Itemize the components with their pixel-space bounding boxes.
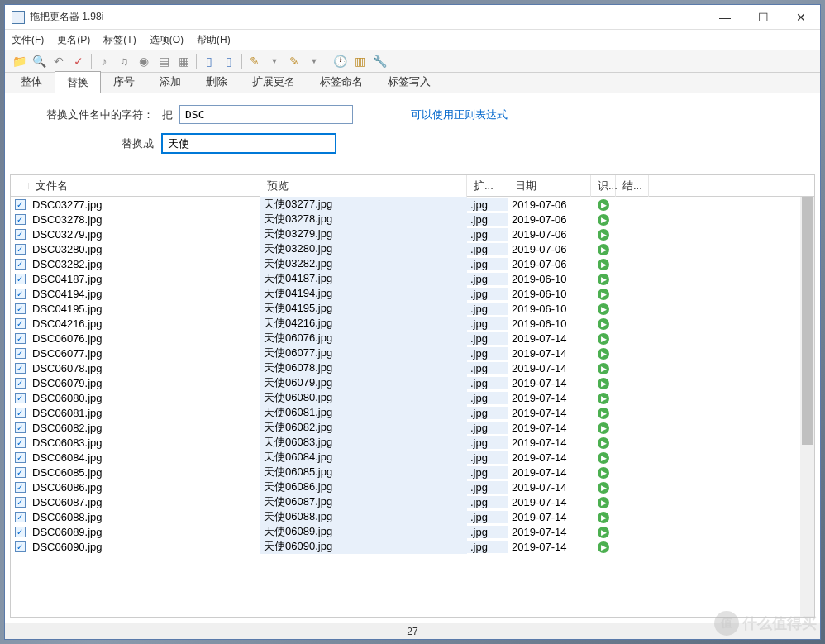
col-ext[interactable]: 扩... <box>467 175 508 197</box>
list-body[interactable]: ✓DSC03277.jpg天使03277.jpg.jpg2019-07-06▶✓… <box>11 197 814 617</box>
row-checkbox[interactable]: ✓ <box>15 422 26 433</box>
menu-tag[interactable]: 标签(T) <box>103 33 136 47</box>
col-check[interactable] <box>11 183 29 189</box>
wrench-icon[interactable]: 🔧 <box>370 52 389 70</box>
regex-link[interactable]: 可以使用正则表达式 <box>411 107 508 122</box>
row-checkbox[interactable]: ✓ <box>15 289 26 299</box>
table-row[interactable]: ✓DSC06084.jpg天使06084.jpg.jpg2019-07-14▶ <box>11 450 814 465</box>
open-folder-icon[interactable]: 📁 <box>10 52 28 70</box>
replace-from-input[interactable] <box>179 105 353 124</box>
disc-icon[interactable]: ◉ <box>135 52 153 70</box>
table-row[interactable]: ✓DSC03279.jpg天使03279.jpg.jpg2019-07-06▶ <box>11 227 814 241</box>
row-checkbox[interactable]: ✓ <box>15 348 26 359</box>
music-note-icon[interactable]: ♪ <box>95 52 113 70</box>
close-button[interactable]: ✕ <box>782 5 820 30</box>
row-checkbox[interactable]: ✓ <box>15 452 26 463</box>
row-checkbox[interactable]: ✓ <box>15 318 26 329</box>
table-row[interactable]: ✓DSC06076.jpg天使06076.jpg.jpg2019-07-14▶ <box>11 331 814 346</box>
tab-6[interactable]: 标签命名 <box>308 70 375 93</box>
row-checkbox[interactable]: ✓ <box>15 437 26 448</box>
table-row[interactable]: ✓DSC03280.jpg天使03280.jpg.jpg2019-07-06▶ <box>11 241 814 256</box>
row-checkbox[interactable]: ✓ <box>15 259 26 270</box>
row-checkbox[interactable]: ✓ <box>15 244 26 255</box>
replace-to-input[interactable] <box>162 134 336 153</box>
tab-1[interactable]: 替换 <box>55 71 101 93</box>
table-row[interactable]: ✓DSC06087.jpg天使06087.jpg.jpg2019-07-14▶ <box>11 494 814 509</box>
row-checkbox[interactable]: ✓ <box>15 303 26 314</box>
row-checkbox[interactable]: ✓ <box>15 482 26 493</box>
table-row[interactable]: ✓DSC06090.jpg天使06090.jpg.jpg2019-07-14▶ <box>11 539 814 554</box>
row-checkbox[interactable]: ✓ <box>15 512 26 522</box>
table-row[interactable]: ✓DSC03278.jpg天使03278.jpg.jpg2019-07-06▶ <box>11 212 814 227</box>
col-filename[interactable]: 文件名 <box>29 175 260 197</box>
table-row[interactable]: ✓DSC06081.jpg天使06081.jpg.jpg2019-07-14▶ <box>11 405 814 420</box>
doc1-icon[interactable]: ▯ <box>200 52 218 70</box>
row-checkbox[interactable]: ✓ <box>15 274 26 284</box>
tab-7[interactable]: 标签写入 <box>375 70 443 93</box>
table-row[interactable]: ✓DSC06088.jpg天使06088.jpg.jpg2019-07-14▶ <box>11 509 814 524</box>
dropdown2-icon[interactable]: ▼ <box>305 52 323 70</box>
tab-5[interactable]: 扩展更名 <box>240 70 308 93</box>
menu-file[interactable]: 文件(F) <box>12 33 44 47</box>
table-row[interactable]: ✓DSC04187.jpg天使04187.jpg.jpg2019-06-10▶ <box>11 271 814 286</box>
row-checkbox[interactable]: ✓ <box>15 393 26 403</box>
columns-icon[interactable]: ▥ <box>351 52 369 70</box>
scrollbar-thumb[interactable] <box>802 197 813 445</box>
brush2-icon[interactable]: ✎ <box>285 52 303 70</box>
menu-rename[interactable]: 更名(P) <box>57 33 90 47</box>
cell-date: 2019-07-14 <box>508 481 591 494</box>
vertical-scrollbar[interactable] <box>800 197 814 617</box>
col-preview[interactable]: 预览 <box>260 175 467 197</box>
table-row[interactable]: ✓DSC06083.jpg天使06083.jpg.jpg2019-07-14▶ <box>11 435 814 450</box>
table-row[interactable]: ✓DSC06077.jpg天使06077.jpg.jpg2019-07-14▶ <box>11 346 814 360</box>
col-result[interactable]: 结... <box>616 175 649 197</box>
menu-options[interactable]: 选项(O) <box>150 33 184 47</box>
check-icon[interactable]: ✓ <box>69 52 88 70</box>
dropdown1-icon[interactable]: ▼ <box>265 52 284 70</box>
statusbar: 27 <box>5 623 820 639</box>
row-checkbox[interactable]: ✓ <box>15 527 26 537</box>
table-row[interactable]: ✓DSC06078.jpg天使06078.jpg.jpg2019-07-14▶ <box>11 360 814 375</box>
col-date[interactable]: 日期 <box>508 175 591 197</box>
maximize-button[interactable]: ☐ <box>744 5 782 30</box>
table-row[interactable]: ✓DSC06085.jpg天使06085.jpg.jpg2019-07-14▶ <box>11 465 814 479</box>
tab-3[interactable]: 添加 <box>147 70 193 93</box>
row-checkbox[interactable]: ✓ <box>15 363 26 374</box>
table-row[interactable]: ✓DSC06079.jpg天使06079.jpg.jpg2019-07-14▶ <box>11 375 814 390</box>
cell-ext: .jpg <box>467 317 508 330</box>
list-icon[interactable]: ▤ <box>155 52 173 70</box>
search-icon[interactable]: 🔍 <box>30 52 48 70</box>
brush1-icon[interactable]: ✎ <box>246 52 264 70</box>
table-row[interactable]: ✓DSC03282.jpg天使03282.jpg.jpg2019-07-06▶ <box>11 256 814 271</box>
row-checkbox[interactable]: ✓ <box>15 229 26 240</box>
table-row[interactable]: ✓DSC04194.jpg天使04194.jpg.jpg2019-06-10▶ <box>11 286 814 301</box>
row-checkbox[interactable]: ✓ <box>15 333 26 344</box>
col-flag[interactable]: 识... <box>591 175 616 197</box>
tab-4[interactable]: 删除 <box>193 70 240 93</box>
doc2-icon[interactable]: ▯ <box>220 52 238 70</box>
menu-help[interactable]: 帮助(H) <box>197 33 231 47</box>
table-row[interactable]: ✓DSC03277.jpg天使03277.jpg.jpg2019-07-06▶ <box>11 197 814 212</box>
cell-flag: ▶ <box>591 212 616 226</box>
minimize-button[interactable]: — <box>706 5 744 30</box>
clock-icon[interactable]: 🕐 <box>331 52 349 70</box>
table-row[interactable]: ✓DSC06089.jpg天使06089.jpg.jpg2019-07-14▶ <box>11 524 814 539</box>
table-row[interactable]: ✓DSC04216.jpg天使04216.jpg.jpg2019-06-10▶ <box>11 316 814 331</box>
row-checkbox[interactable]: ✓ <box>15 199 26 210</box>
table-row[interactable]: ✓DSC06082.jpg天使06082.jpg.jpg2019-07-14▶ <box>11 420 814 435</box>
tab-0[interactable]: 整体 <box>8 70 55 93</box>
row-checkbox[interactable]: ✓ <box>15 214 26 225</box>
row-checkbox[interactable]: ✓ <box>15 408 26 418</box>
music-note2-icon[interactable]: ♫ <box>115 52 133 70</box>
table-row[interactable]: ✓DSC06086.jpg天使06086.jpg.jpg2019-07-14▶ <box>11 479 814 494</box>
tab-2[interactable]: 序号 <box>101 70 147 93</box>
undo-icon[interactable]: ↶ <box>50 52 68 70</box>
row-checkbox[interactable]: ✓ <box>15 541 26 552</box>
table-row[interactable]: ✓DSC04195.jpg天使04195.jpg.jpg2019-06-10▶ <box>11 301 814 316</box>
grid-icon[interactable]: ▦ <box>174 52 193 70</box>
separator <box>196 54 197 69</box>
row-checkbox[interactable]: ✓ <box>15 378 26 389</box>
row-checkbox[interactable]: ✓ <box>15 497 26 508</box>
row-checkbox[interactable]: ✓ <box>15 467 26 478</box>
table-row[interactable]: ✓DSC06080.jpg天使06080.jpg.jpg2019-07-14▶ <box>11 390 814 405</box>
